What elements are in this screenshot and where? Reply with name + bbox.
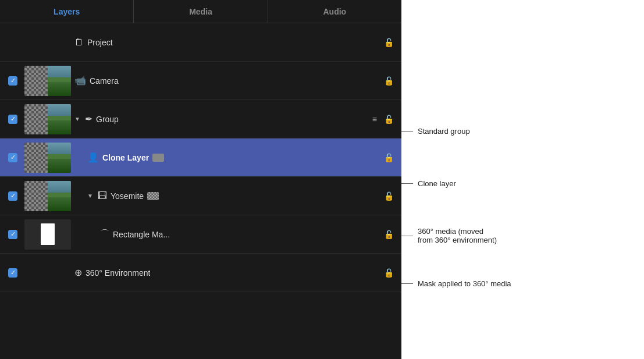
checkbox-area-360env[interactable]	[5, 268, 21, 278]
layer-row-rect-mask[interactable]: ⌒ Rectangle Ma... 🔓	[0, 215, 401, 254]
project-name: Project	[87, 38, 113, 47]
layer-info-camera: 📹 Camera	[74, 75, 380, 86]
clone-icon: 👤	[87, 152, 99, 163]
yosemite-name: Yosemite	[111, 191, 144, 201]
layers-panel: Layers Media Audio 🗒 Project 🔓	[0, 0, 401, 359]
annotation-area: Standard group Clone layer 360° media (m…	[401, 0, 644, 359]
annotation-text-clone-layer: Clone layer	[418, 179, 456, 188]
lock-icon-camera: 🔓	[384, 76, 394, 86]
layer-info-project: 🗒 Project	[74, 37, 380, 48]
layer-row-group[interactable]: ▼ ✒ Group ≡ 🔓	[0, 100, 401, 138]
layer-row-camera[interactable]: 📹 Camera 🔓	[0, 62, 401, 100]
thumbnail-clone	[24, 143, 71, 173]
lock-area-360env[interactable]: 🔓	[380, 268, 397, 278]
thumbnail-camera	[24, 66, 71, 96]
group-icon: ✒	[85, 113, 92, 125]
annotation-clone-layer: Clone layer	[401, 179, 456, 188]
layer-info-360env: ⊕ 360° Environment	[74, 267, 380, 278]
yosemite-icon: 🎞	[98, 191, 107, 201]
checkbox-clone[interactable]	[8, 153, 17, 162]
layer-row-360env[interactable]: ⊕ 360° Environment 🔓	[0, 254, 401, 292]
group-stacks: ≡	[372, 115, 378, 124]
lock-area-camera[interactable]: 🔓	[380, 76, 397, 86]
camera-name: Camera	[90, 76, 119, 86]
annotation-standard-group: Standard group	[401, 127, 470, 136]
tab-bar: Layers Media Audio	[0, 0, 401, 23]
checkbox-360env[interactable]	[8, 268, 17, 278]
checkbox-camera[interactable]	[8, 76, 17, 86]
camera-icon: 📹	[74, 75, 86, 86]
stack-icon: ≡	[372, 115, 377, 124]
lock-area-rect-mask[interactable]: 🔓	[380, 230, 397, 239]
env-360-icon: ⊕	[74, 267, 82, 278]
annotation-dash-2	[401, 183, 413, 184]
lock-area-project[interactable]: 🔓	[380, 38, 397, 47]
tab-media[interactable]: Media	[134, 0, 268, 23]
group-name: Group	[96, 115, 119, 124]
checkbox-area-rect-mask[interactable]	[5, 230, 21, 239]
checkbox-yosemite[interactable]	[8, 191, 17, 201]
checkbox-area-project	[5, 38, 21, 47]
rect-mask-icon: ⌒	[100, 228, 109, 240]
lock-area-clone[interactable]: 🔓	[380, 153, 397, 162]
tab-audio[interactable]: Audio	[268, 0, 401, 23]
lock-icon-group: 🔓	[384, 115, 394, 124]
thumbnail-rect-mask	[24, 219, 71, 250]
layer-info-group: ▼ ✒ Group	[74, 113, 372, 125]
layers-list: 🗒 Project 🔓 📹 Camera �	[0, 23, 401, 359]
annotation-text-mask: Mask applied to 360° media	[418, 279, 511, 288]
checkbox-area-camera[interactable]	[5, 76, 21, 86]
annotation-dash-3	[401, 236, 413, 236]
checkbox-group[interactable]	[8, 115, 17, 124]
layer-row-yosemite[interactable]: ▼ 🎞 Yosemite 🔓	[0, 177, 401, 215]
annotation-text-standard-group: Standard group	[418, 127, 470, 136]
thumbnail-group	[24, 104, 71, 134]
annotation-360-media: 360° media (movedfrom 360° environment)	[401, 227, 497, 244]
lock-icon-360env: 🔓	[384, 268, 394, 278]
clone-name: Clone Layer	[102, 153, 149, 162]
layer-info-rect-mask: ⌒ Rectangle Ma...	[74, 228, 380, 240]
checkbox-area-group[interactable]	[5, 115, 21, 124]
layer-row-clone[interactable]: 👤 Clone Layer 🔓	[0, 138, 401, 177]
checkbox-area-clone[interactable]	[5, 153, 21, 162]
annotation-dash-4	[401, 283, 413, 284]
layer-row-project[interactable]: 🗒 Project 🔓	[0, 23, 401, 62]
checkbox-rect-mask[interactable]	[8, 230, 17, 239]
white-rect-shape	[41, 223, 55, 244]
checkbox-area-yosemite[interactable]	[5, 191, 21, 201]
layer-info-clone: 👤 Clone Layer	[74, 152, 380, 163]
tab-layers[interactable]: Layers	[0, 0, 134, 23]
annotation-mask: Mask applied to 360° media	[401, 279, 511, 288]
project-icon: 🗒	[74, 37, 84, 48]
clone-badge	[152, 154, 164, 162]
lock-icon-project: 🔓	[384, 38, 394, 47]
yosemite-badge	[147, 192, 159, 200]
expand-arrow-yosemite[interactable]: ▼	[87, 193, 94, 199]
lock-icon-yosemite: 🔓	[384, 191, 394, 201]
layer-info-yosemite: ▼ 🎞 Yosemite	[74, 191, 380, 201]
thumbnail-yosemite	[24, 181, 71, 211]
expand-arrow-group[interactable]: ▼	[74, 116, 81, 122]
rect-mask-name: Rectangle Ma...	[113, 230, 170, 239]
lock-area-group[interactable]: 🔓	[380, 115, 397, 124]
env-360-name: 360° Environment	[86, 268, 150, 278]
annotation-dash-1	[401, 131, 413, 131]
lock-area-yosemite[interactable]: 🔓	[380, 191, 397, 201]
lock-icon-clone: 🔓	[384, 153, 394, 162]
annotation-text-360-media: 360° media (movedfrom 360° environment)	[418, 227, 497, 244]
lock-icon-rect-mask: 🔓	[384, 230, 394, 239]
